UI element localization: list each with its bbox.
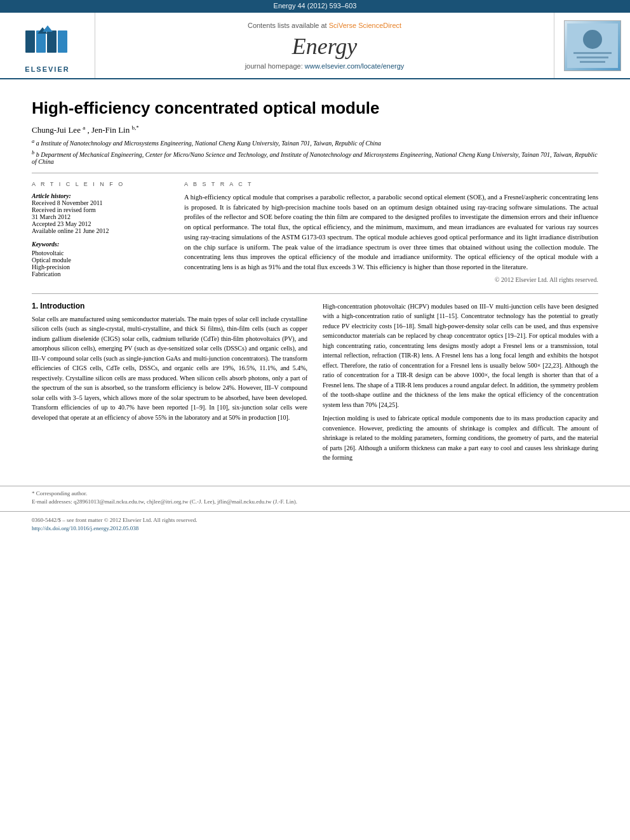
accepted-date: Accepted 23 May 2012 xyxy=(32,220,171,227)
elsevier-text: ELSEVIER xyxy=(13,65,83,73)
introduction-section: 1. Introduction Solar cells are manufact… xyxy=(32,302,598,467)
sciverse-link[interactable]: SciVerse ScienceDirect xyxy=(329,22,401,29)
issn-note: 0360-5442/$ – see front matter © 2012 El… xyxy=(32,517,598,523)
doi-link[interactable]: http://dx.doi.org/10.1016/j.energy.2012.… xyxy=(32,525,598,531)
history-label: Article history: xyxy=(32,192,171,199)
intro-col-right: High-concentration photovoltaic (HCPV) m… xyxy=(323,302,598,467)
journal-homepage: journal homepage: www.elsevier.com/locat… xyxy=(245,62,405,70)
divider-1 xyxy=(32,173,598,173)
svg-rect-9 xyxy=(577,57,608,58)
journal-cover-area xyxy=(554,13,630,78)
section-number: 1. xyxy=(32,302,38,310)
keyword-3: High-precision xyxy=(32,263,171,270)
svg-rect-1 xyxy=(36,30,46,53)
author-separator: , Jen-Fin Lin xyxy=(87,125,131,135)
homepage-label: journal homepage: xyxy=(245,62,303,70)
section-title: Introduction xyxy=(40,302,84,310)
intro-para-2: High-concentration photovoltaic (HCPV) m… xyxy=(323,302,598,410)
journal-header-center: Contents lists available at SciVerse Sci… xyxy=(95,13,554,78)
logo-image xyxy=(13,18,83,65)
keywords-label: Keywords: xyxy=(32,241,171,248)
keywords-group: Keywords: Photovoltaic Optical module Hi… xyxy=(32,241,171,277)
svg-rect-3 xyxy=(58,30,67,53)
email-note: E-mail addresses: q28961013@mail.ncku.ed… xyxy=(32,498,598,505)
svg-rect-0 xyxy=(25,30,35,53)
svg-rect-8 xyxy=(573,52,612,54)
authors-line: Chung-Jui Lee a , Jen-Fin Lin b,* xyxy=(32,124,598,135)
sciverse-text: Contents lists available at SciVerse Sci… xyxy=(248,22,401,29)
intro-para-1: Solar cells are manufactured using semic… xyxy=(32,314,307,423)
abstract-col: A B S T R A C T A high-efficiency optica… xyxy=(184,181,598,284)
elsevier-logo: ELSEVIER xyxy=(13,18,83,73)
divider-2 xyxy=(32,293,598,294)
affil-b-marker: b xyxy=(32,150,34,156)
online-date: Available online 21 June 2012 xyxy=(32,227,171,234)
section-heading-1: 1. Introduction xyxy=(32,302,307,310)
revised-date: 31 March 2012 xyxy=(32,213,171,220)
journal-name: Energy xyxy=(292,33,358,60)
intro-col-left: 1. Introduction Solar cells are manufact… xyxy=(32,302,307,467)
journal-cover-image xyxy=(564,20,621,71)
article-history: Article history: Received 8 November 201… xyxy=(32,192,171,234)
keyword-4: Fabrication xyxy=(32,270,171,277)
journal-header: ELSEVIER Contents lists available at Sci… xyxy=(0,11,630,79)
main-content: High-efficiency concentrated optical mod… xyxy=(0,79,630,479)
author2-sup: b,* xyxy=(131,124,138,131)
contents-text: Contents lists available at xyxy=(248,22,327,29)
intro-body-right: High-concentration photovoltaic (HCPV) m… xyxy=(323,302,598,463)
affil-a-marker: a xyxy=(32,138,34,144)
affiliation-b: b b Department of Mechanical Engineering… xyxy=(32,150,598,165)
intro-body-left: Solar cells are manufactured using semic… xyxy=(32,314,307,423)
svg-marker-5 xyxy=(43,25,53,32)
affiliation-a: a a Institute of Nanotechnology and Micr… xyxy=(32,138,598,147)
svg-rect-10 xyxy=(580,61,605,63)
article-info-label: A R T I C L E I N F O xyxy=(32,181,171,187)
journal-top-bar: Energy 44 (2012) 593–603 xyxy=(0,0,630,11)
footnote-area: * Corresponding author. E-mail addresses… xyxy=(0,486,630,505)
journal-citation: Energy 44 (2012) 593–603 xyxy=(274,2,357,10)
cover-svg xyxy=(567,23,618,68)
author1: Chung-Jui Lee xyxy=(32,125,81,135)
received-date: Received 8 November 2011 xyxy=(32,199,171,206)
abstract-label: A B S T R A C T xyxy=(184,181,598,187)
article-info-col: A R T I C L E I N F O Article history: R… xyxy=(32,181,171,284)
svg-point-7 xyxy=(583,30,602,49)
abstract-text: A high-efficiency optical module that co… xyxy=(184,192,598,272)
keyword-2: Optical module xyxy=(32,257,171,263)
page-footer: 0360-5442/$ – see front matter © 2012 El… xyxy=(0,511,630,538)
author1-sup: a xyxy=(83,124,85,131)
logo-svg xyxy=(22,24,73,59)
svg-rect-2 xyxy=(47,30,57,53)
info-abstract-section: A R T I C L E I N F O Article history: R… xyxy=(32,181,598,284)
copyright-line: © 2012 Elsevier Ltd. All rights reserved… xyxy=(184,276,598,283)
homepage-url[interactable]: www.elsevier.com/locate/energy xyxy=(305,62,405,70)
intro-para-3: Injection molding is used to fabricate o… xyxy=(323,413,598,463)
corresponding-note: * Corresponding author. xyxy=(32,490,598,497)
keywords-list: Photovoltaic Optical module High-precisi… xyxy=(32,250,171,277)
keyword-1: Photovoltaic xyxy=(32,250,171,257)
revised-label: Received in revised form xyxy=(32,206,171,213)
elsevier-logo-area: ELSEVIER xyxy=(0,13,95,78)
article-title: High-efficiency concentrated optical mod… xyxy=(32,98,598,118)
